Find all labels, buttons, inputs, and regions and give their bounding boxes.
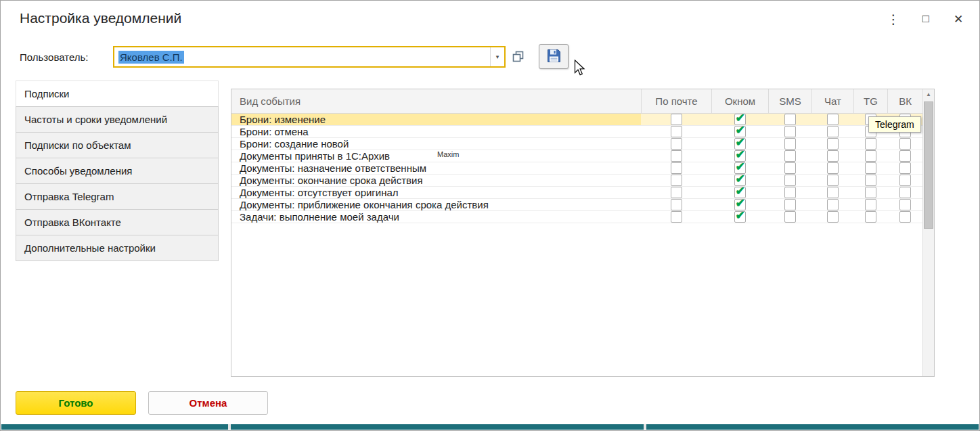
mail-checkbox[interactable] xyxy=(671,162,682,174)
table-row[interactable]: Документы приняты в 1С:Архив xyxy=(231,150,922,162)
close-icon[interactable]: ✕ xyxy=(950,10,967,28)
sidebar-item-telegram[interactable]: Отправка Telegram xyxy=(16,183,219,210)
table-body: Брони: изменение Брони: отмена Брони: со… xyxy=(231,114,922,223)
column-header-event[interactable]: Вид события xyxy=(231,89,641,113)
settings-sidebar: Подписки Частоты и сроки уведомлений Под… xyxy=(16,81,219,261)
vk-checkbox[interactable] xyxy=(899,187,911,198)
vk-checkbox[interactable] xyxy=(899,211,911,223)
vk-checkbox[interactable] xyxy=(899,162,911,174)
tg-cell xyxy=(853,138,887,150)
mail-checkbox[interactable] xyxy=(671,175,682,186)
sms-checkbox[interactable] xyxy=(784,199,796,210)
event-name: Документы: окончание срока действия xyxy=(231,175,641,186)
save-button[interactable] xyxy=(539,44,569,69)
maximize-icon[interactable]: □ xyxy=(917,10,935,28)
mail-checkbox[interactable] xyxy=(671,138,682,150)
mail-cell xyxy=(641,150,711,162)
window-controls: ⋮ □ ✕ xyxy=(885,10,967,28)
column-header-mail[interactable]: По почте xyxy=(641,89,711,113)
tg-cell xyxy=(853,175,887,186)
sms-cell xyxy=(768,150,811,162)
chat-cell xyxy=(811,126,853,137)
column-header-chat[interactable]: Чат xyxy=(811,89,853,113)
vertical-scrollbar[interactable]: ▲ xyxy=(922,89,934,376)
event-name: Брони: изменение xyxy=(231,114,641,125)
chat-checkbox[interactable] xyxy=(827,126,839,137)
chat-checkbox[interactable] xyxy=(827,150,839,162)
tg-checkbox[interactable] xyxy=(865,199,876,210)
mail-checkbox[interactable] xyxy=(671,126,682,137)
chat-checkbox[interactable] xyxy=(827,187,839,198)
column-header-sms[interactable]: SMS xyxy=(768,89,811,113)
vk-checkbox[interactable] xyxy=(899,199,911,210)
mail-cell xyxy=(641,199,711,210)
sidebar-item-frequencies[interactable]: Частоты и сроки уведомлений xyxy=(16,106,219,133)
subscriptions-table: Вид события По почте Окном SMS Чат TG ВК… xyxy=(231,89,935,377)
sms-cell xyxy=(768,126,811,137)
mail-checkbox[interactable] xyxy=(671,199,682,210)
scrollbar-thumb[interactable] xyxy=(924,101,933,229)
sms-checkbox[interactable] xyxy=(784,162,796,174)
mail-checkbox[interactable] xyxy=(671,114,682,125)
column-header-window[interactable]: Окном xyxy=(711,89,768,113)
tg-checkbox[interactable] xyxy=(865,175,876,186)
sms-checkbox[interactable] xyxy=(784,175,796,186)
sidebar-item-subscriptions[interactable]: Подписки xyxy=(16,81,219,107)
vk-cell xyxy=(887,175,922,186)
strip-gap xyxy=(644,424,646,430)
table-row[interactable]: Документы: приближение окончания срока д… xyxy=(231,199,922,211)
table-row[interactable]: Задачи: выполнение моей задачи xyxy=(231,211,922,223)
table-row[interactable]: Документы: отсутствует оригинал xyxy=(231,187,922,199)
event-name: Документы приняты в 1С:Архив xyxy=(231,150,641,162)
tg-checkbox[interactable] xyxy=(865,150,876,162)
chat-cell xyxy=(811,175,853,186)
column-header-vk[interactable]: ВК xyxy=(887,89,922,113)
mail-checkbox[interactable] xyxy=(671,187,682,198)
sidebar-item-vkontakte[interactable]: Отправка ВКонтакте xyxy=(16,209,219,235)
sms-checkbox[interactable] xyxy=(784,138,796,150)
chat-checkbox[interactable] xyxy=(827,162,839,174)
tg-checkbox[interactable] xyxy=(865,211,876,223)
mail-checkbox[interactable] xyxy=(671,150,682,162)
done-button[interactable]: Готово xyxy=(16,391,136,415)
chevron-down-icon[interactable]: ▾ xyxy=(490,47,504,66)
window-checkbox[interactable] xyxy=(734,211,746,223)
table-row[interactable]: Брони: изменение xyxy=(231,114,922,126)
table-row[interactable]: Документы: окончание срока действия xyxy=(231,175,922,187)
user-input[interactable]: Яковлев С.П. ▾ xyxy=(113,46,506,68)
open-list-button[interactable] xyxy=(510,50,526,64)
tg-checkbox[interactable] xyxy=(865,187,876,198)
chat-checkbox[interactable] xyxy=(827,114,839,125)
sms-checkbox[interactable] xyxy=(784,211,796,223)
tg-checkbox[interactable] xyxy=(865,162,876,174)
table-row[interactable]: Брони: создание новой xyxy=(231,138,922,150)
chat-checkbox[interactable] xyxy=(827,199,839,210)
table-row[interactable]: Документы: назначение ответственным xyxy=(231,162,922,175)
vk-checkbox[interactable] xyxy=(899,138,911,150)
sms-checkbox[interactable] xyxy=(784,187,796,198)
scroll-up-icon[interactable]: ▲ xyxy=(923,89,934,100)
mail-checkbox[interactable] xyxy=(671,211,682,223)
menu-icon[interactable]: ⋮ xyxy=(885,10,902,28)
sms-cell xyxy=(768,138,811,150)
sms-cell xyxy=(768,211,811,223)
sidebar-item-object-subscriptions[interactable]: Подписки по объектам xyxy=(16,132,219,158)
cancel-button[interactable]: Отмена xyxy=(148,391,268,415)
sidebar-item-additional[interactable]: Дополнительные настройки xyxy=(16,235,219,261)
sms-checkbox[interactable] xyxy=(784,114,796,125)
vk-cell xyxy=(887,150,922,162)
vk-checkbox[interactable] xyxy=(899,175,911,186)
chat-checkbox[interactable] xyxy=(827,138,839,150)
chat-checkbox[interactable] xyxy=(827,211,839,223)
tg-checkbox[interactable] xyxy=(865,138,876,150)
sms-checkbox[interactable] xyxy=(784,126,796,137)
sidebar-item-notification-methods[interactable]: Способы уведомления xyxy=(16,158,219,184)
event-name: Документы: отсутствует оригинал xyxy=(231,187,641,198)
table-row[interactable]: Брони: отмена xyxy=(231,126,922,138)
chat-checkbox[interactable] xyxy=(827,175,839,186)
sms-checkbox[interactable] xyxy=(784,150,796,162)
vk-cell xyxy=(887,199,922,210)
column-header-tg[interactable]: TG xyxy=(853,89,887,113)
telegram-tooltip: Telegram xyxy=(868,116,921,133)
vk-checkbox[interactable] xyxy=(899,150,911,162)
